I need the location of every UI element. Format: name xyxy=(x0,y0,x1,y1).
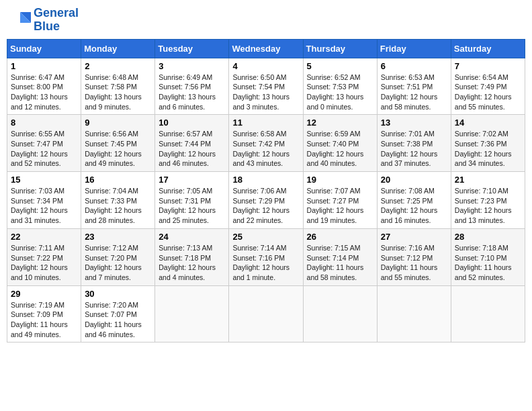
calendar-header-wednesday: Wednesday xyxy=(229,39,303,58)
day-number: 7 xyxy=(455,61,521,71)
day-number: 22 xyxy=(11,232,77,242)
day-info: Sunrise: 7:03 AMSunset: 7:34 PMDaylight:… xyxy=(11,187,68,224)
calendar-cell: 10 Sunrise: 6:57 AMSunset: 7:44 PMDaylig… xyxy=(155,115,229,172)
day-info: Sunrise: 7:18 AMSunset: 7:10 PMDaylight:… xyxy=(455,244,512,281)
calendar-cell: 30 Sunrise: 7:20 AMSunset: 7:07 PMDaylig… xyxy=(81,285,155,342)
calendar-header-row: SundayMondayTuesdayWednesdayThursdayFrid… xyxy=(7,39,525,58)
logo-text: General Blue xyxy=(34,7,79,34)
day-info: Sunrise: 6:48 AMSunset: 7:58 PMDaylight:… xyxy=(85,73,142,111)
calendar-week-row: 8 Sunrise: 6:55 AMSunset: 7:47 PMDayligh… xyxy=(7,115,525,172)
day-info: Sunrise: 7:11 AMSunset: 7:22 PMDaylight:… xyxy=(11,244,68,281)
day-info: Sunrise: 7:20 AMSunset: 7:07 PMDaylight:… xyxy=(85,301,142,338)
day-number: 23 xyxy=(85,232,151,242)
day-number: 28 xyxy=(455,232,521,242)
calendar-cell: 12 Sunrise: 6:59 AMSunset: 7:40 PMDaylig… xyxy=(303,115,377,172)
calendar-cell: 7 Sunrise: 6:54 AMSunset: 7:49 PMDayligh… xyxy=(451,58,525,115)
calendar-cell: 14 Sunrise: 7:02 AMSunset: 7:36 PMDaylig… xyxy=(451,115,525,172)
day-info: Sunrise: 6:50 AMSunset: 7:54 PMDaylight:… xyxy=(232,73,290,111)
day-info: Sunrise: 7:19 AMSunset: 7:09 PMDaylight:… xyxy=(11,301,68,338)
logo: General Blue xyxy=(7,7,79,34)
calendar-cell: 21 Sunrise: 7:10 AMSunset: 7:23 PMDaylig… xyxy=(451,172,525,229)
day-info: Sunrise: 6:49 AMSunset: 7:56 PMDaylight:… xyxy=(159,73,216,111)
day-number: 10 xyxy=(159,118,225,128)
day-info: Sunrise: 6:57 AMSunset: 7:44 PMDaylight:… xyxy=(159,130,216,167)
day-number: 16 xyxy=(85,175,151,185)
calendar-cell xyxy=(155,285,229,342)
day-info: Sunrise: 7:01 AMSunset: 7:38 PMDaylight:… xyxy=(381,130,438,167)
day-number: 17 xyxy=(159,175,225,185)
day-number: 18 xyxy=(232,175,299,185)
day-info: Sunrise: 7:02 AMSunset: 7:36 PMDaylight:… xyxy=(455,130,512,167)
calendar-cell xyxy=(451,285,525,342)
day-info: Sunrise: 7:10 AMSunset: 7:23 PMDaylight:… xyxy=(455,187,512,224)
day-number: 9 xyxy=(85,118,151,128)
logo-icon xyxy=(7,8,31,32)
calendar-cell: 27 Sunrise: 7:16 AMSunset: 7:12 PMDaylig… xyxy=(377,228,451,285)
day-info: Sunrise: 7:06 AMSunset: 7:29 PMDaylight:… xyxy=(232,187,290,224)
day-number: 4 xyxy=(232,61,299,71)
day-info: Sunrise: 6:59 AMSunset: 7:40 PMDaylight:… xyxy=(307,130,364,167)
day-info: Sunrise: 7:07 AMSunset: 7:27 PMDaylight:… xyxy=(307,187,364,224)
calendar-cell xyxy=(303,285,377,342)
calendar-cell: 6 Sunrise: 6:53 AMSunset: 7:51 PMDayligh… xyxy=(377,58,451,115)
calendar-week-row: 22 Sunrise: 7:11 AMSunset: 7:22 PMDaylig… xyxy=(7,228,525,285)
day-number: 27 xyxy=(381,232,447,242)
page-header: General Blue xyxy=(7,7,525,34)
day-number: 21 xyxy=(455,175,521,185)
calendar-cell: 8 Sunrise: 6:55 AMSunset: 7:47 PMDayligh… xyxy=(7,115,81,172)
day-info: Sunrise: 7:04 AMSunset: 7:33 PMDaylight:… xyxy=(85,187,142,224)
day-info: Sunrise: 7:05 AMSunset: 7:31 PMDaylight:… xyxy=(159,187,216,224)
calendar-cell: 1 Sunrise: 6:47 AMSunset: 8:00 PMDayligh… xyxy=(7,58,81,115)
calendar-cell: 4 Sunrise: 6:50 AMSunset: 7:54 PMDayligh… xyxy=(229,58,303,115)
day-info: Sunrise: 6:56 AMSunset: 7:45 PMDaylight:… xyxy=(85,130,142,167)
calendar-cell: 19 Sunrise: 7:07 AMSunset: 7:27 PMDaylig… xyxy=(303,172,377,229)
day-info: Sunrise: 6:54 AMSunset: 7:49 PMDaylight:… xyxy=(455,73,512,111)
day-info: Sunrise: 6:55 AMSunset: 7:47 PMDaylight:… xyxy=(11,130,68,167)
day-number: 3 xyxy=(159,61,225,71)
calendar-cell: 28 Sunrise: 7:18 AMSunset: 7:10 PMDaylig… xyxy=(451,228,525,285)
day-number: 6 xyxy=(381,61,447,71)
day-info: Sunrise: 6:47 AMSunset: 8:00 PMDaylight:… xyxy=(11,73,68,111)
calendar-cell: 9 Sunrise: 6:56 AMSunset: 7:45 PMDayligh… xyxy=(81,115,155,172)
day-number: 24 xyxy=(159,232,225,242)
calendar-cell xyxy=(377,285,451,342)
calendar-table: SundayMondayTuesdayWednesdayThursdayFrid… xyxy=(7,39,525,343)
day-number: 14 xyxy=(455,118,521,128)
calendar-header-monday: Monday xyxy=(81,39,155,58)
calendar-week-row: 15 Sunrise: 7:03 AMSunset: 7:34 PMDaylig… xyxy=(7,172,525,229)
day-info: Sunrise: 7:13 AMSunset: 7:18 PMDaylight:… xyxy=(159,244,216,281)
calendar-header-thursday: Thursday xyxy=(303,39,377,58)
calendar-header-tuesday: Tuesday xyxy=(155,39,229,58)
calendar-cell: 15 Sunrise: 7:03 AMSunset: 7:34 PMDaylig… xyxy=(7,172,81,229)
calendar-header-sunday: Sunday xyxy=(7,39,81,58)
calendar-cell: 2 Sunrise: 6:48 AMSunset: 7:58 PMDayligh… xyxy=(81,58,155,115)
calendar-cell: 11 Sunrise: 6:58 AMSunset: 7:42 PMDaylig… xyxy=(229,115,303,172)
day-info: Sunrise: 6:58 AMSunset: 7:42 PMDaylight:… xyxy=(232,130,290,167)
calendar-cell xyxy=(229,285,303,342)
calendar-cell: 25 Sunrise: 7:14 AMSunset: 7:16 PMDaylig… xyxy=(229,228,303,285)
day-info: Sunrise: 7:14 AMSunset: 7:16 PMDaylight:… xyxy=(232,244,290,281)
day-number: 30 xyxy=(85,289,151,299)
day-number: 12 xyxy=(307,118,373,128)
calendar-cell: 29 Sunrise: 7:19 AMSunset: 7:09 PMDaylig… xyxy=(7,285,81,342)
day-number: 29 xyxy=(11,289,77,299)
calendar-week-row: 29 Sunrise: 7:19 AMSunset: 7:09 PMDaylig… xyxy=(7,285,525,342)
calendar-cell: 18 Sunrise: 7:06 AMSunset: 7:29 PMDaylig… xyxy=(229,172,303,229)
day-info: Sunrise: 7:16 AMSunset: 7:12 PMDaylight:… xyxy=(381,244,438,281)
calendar-header-friday: Friday xyxy=(377,39,451,58)
day-info: Sunrise: 6:53 AMSunset: 7:51 PMDaylight:… xyxy=(381,73,438,111)
day-number: 13 xyxy=(381,118,447,128)
day-number: 20 xyxy=(381,175,447,185)
calendar-header-saturday: Saturday xyxy=(451,39,525,58)
calendar-cell: 22 Sunrise: 7:11 AMSunset: 7:22 PMDaylig… xyxy=(7,228,81,285)
calendar-week-row: 1 Sunrise: 6:47 AMSunset: 8:00 PMDayligh… xyxy=(7,58,525,115)
day-number: 1 xyxy=(11,61,77,71)
day-info: Sunrise: 7:15 AMSunset: 7:14 PMDaylight:… xyxy=(307,244,364,281)
calendar-cell: 20 Sunrise: 7:08 AMSunset: 7:25 PMDaylig… xyxy=(377,172,451,229)
calendar-cell: 23 Sunrise: 7:12 AMSunset: 7:20 PMDaylig… xyxy=(81,228,155,285)
calendar-cell: 24 Sunrise: 7:13 AMSunset: 7:18 PMDaylig… xyxy=(155,228,229,285)
day-number: 26 xyxy=(307,232,373,242)
day-info: Sunrise: 6:52 AMSunset: 7:53 PMDaylight:… xyxy=(307,73,364,111)
day-info: Sunrise: 7:08 AMSunset: 7:25 PMDaylight:… xyxy=(381,187,438,224)
day-number: 25 xyxy=(232,232,299,242)
